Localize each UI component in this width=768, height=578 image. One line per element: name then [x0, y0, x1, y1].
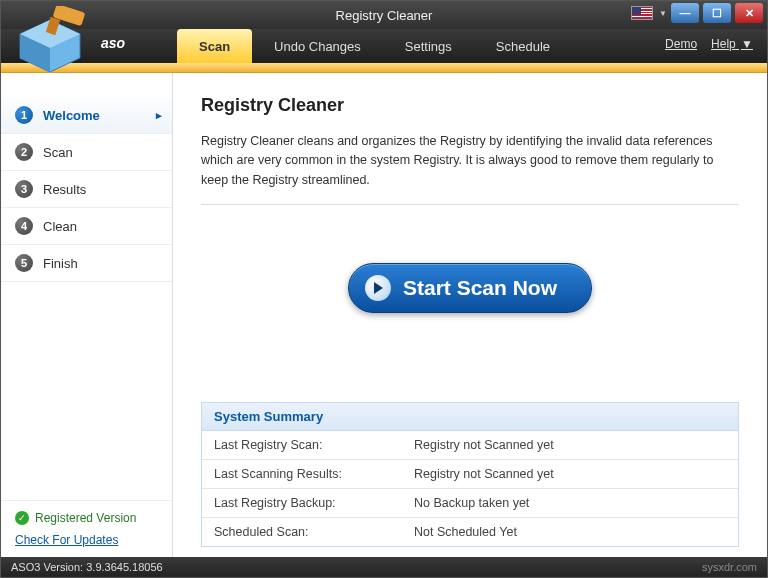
- demo-link[interactable]: Demo: [665, 37, 697, 51]
- close-button[interactable]: ✕: [735, 3, 763, 23]
- step-number-icon: 1: [15, 106, 33, 124]
- summary-row: Last Registry Scan:Registry not Scanned …: [202, 431, 738, 460]
- help-link[interactable]: Help ▼: [711, 37, 753, 51]
- summary-label: Last Registry Backup:: [202, 489, 402, 518]
- tab-scan[interactable]: Scan: [177, 29, 252, 63]
- flag-icon[interactable]: [631, 6, 653, 20]
- accent-strip: [1, 63, 767, 73]
- chevron-down-icon[interactable]: ▼: [659, 9, 667, 18]
- brand-label: aso: [101, 35, 125, 51]
- step-label: Clean: [43, 219, 77, 234]
- summary-value: No Backup taken yet: [402, 489, 738, 518]
- registered-status: ✓Registered Version: [15, 511, 158, 525]
- step-number-icon: 5: [15, 254, 33, 272]
- check-icon: ✓: [15, 511, 29, 525]
- tab-settings[interactable]: Settings: [383, 29, 474, 63]
- summary-value: Not Scheduled Yet: [402, 518, 738, 547]
- step-label: Welcome: [43, 108, 100, 123]
- step-label: Scan: [43, 145, 73, 160]
- sidebar-step-scan[interactable]: 2Scan: [1, 134, 172, 171]
- sidebar-step-welcome[interactable]: 1Welcome: [1, 97, 172, 134]
- summary-title: System Summary: [202, 403, 738, 431]
- step-label: Results: [43, 182, 86, 197]
- tab-undo-changes[interactable]: Undo Changes: [252, 29, 383, 63]
- minimize-button[interactable]: —: [671, 3, 699, 23]
- titlebar: Registry Cleaner ▼ — ☐ ✕: [1, 1, 767, 29]
- summary-value: Registry not Scanned yet: [402, 460, 738, 489]
- content-pane: Registry Cleaner Registry Cleaner cleans…: [173, 73, 767, 557]
- divider: [201, 204, 739, 205]
- maximize-button[interactable]: ☐: [703, 3, 731, 23]
- step-number-icon: 2: [15, 143, 33, 161]
- menubar: aso Scan Undo Changes Settings Schedule …: [1, 29, 767, 63]
- summary-row: Last Registry Backup:No Backup taken yet: [202, 489, 738, 518]
- sidebar-step-results[interactable]: 3Results: [1, 171, 172, 208]
- step-number-icon: 4: [15, 217, 33, 235]
- summary-label: Last Scanning Results:: [202, 460, 402, 489]
- summary-row: Scheduled Scan:Not Scheduled Yet: [202, 518, 738, 547]
- scan-button-label: Start Scan Now: [403, 276, 557, 300]
- check-updates-link[interactable]: Check For Updates: [15, 533, 158, 547]
- watermark: sysxdr.com: [702, 561, 757, 573]
- play-icon: [365, 275, 391, 301]
- chevron-down-icon: ▼: [741, 37, 753, 51]
- step-number-icon: 3: [15, 180, 33, 198]
- main-tabs: Scan Undo Changes Settings Schedule: [177, 29, 572, 63]
- page-heading: Registry Cleaner: [201, 95, 739, 116]
- sidebar-step-finish[interactable]: 5Finish: [1, 245, 172, 282]
- summary-value: Registry not Scanned yet: [402, 431, 738, 460]
- start-scan-button[interactable]: Start Scan Now: [348, 263, 592, 313]
- page-description: Registry Cleaner cleans and organizes th…: [201, 132, 739, 190]
- version-label: ASO3 Version: 3.9.3645.18056: [11, 561, 163, 573]
- step-label: Finish: [43, 256, 78, 271]
- summary-label: Last Registry Scan:: [202, 431, 402, 460]
- window-title: Registry Cleaner: [336, 8, 433, 23]
- tab-schedule[interactable]: Schedule: [474, 29, 572, 63]
- sidebar-step-clean[interactable]: 4Clean: [1, 208, 172, 245]
- statusbar: ASO3 Version: 3.9.3645.18056 sysxdr.com: [1, 557, 767, 577]
- summary-label: Scheduled Scan:: [202, 518, 402, 547]
- sidebar: 1Welcome 2Scan 3Results 4Clean 5Finish ✓…: [1, 73, 173, 557]
- system-summary-panel: System Summary Last Registry Scan:Regist…: [201, 402, 739, 547]
- summary-row: Last Scanning Results:Registry not Scann…: [202, 460, 738, 489]
- app-logo-icon: [10, 6, 92, 72]
